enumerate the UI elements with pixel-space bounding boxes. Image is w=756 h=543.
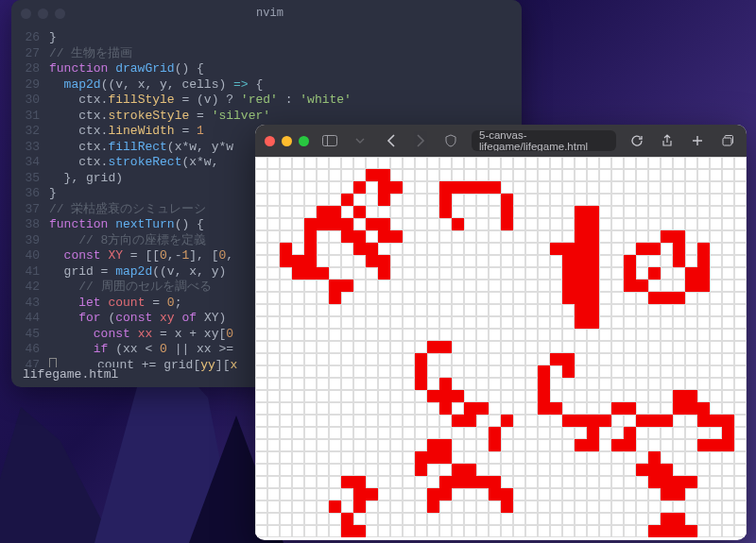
grid-cell [329,267,341,280]
grid-cell [550,439,562,451]
grid-cell [697,230,710,243]
grid-cell [427,427,439,439]
grid-cell [562,181,575,194]
grid-cell [575,501,587,513]
grid-cell [697,255,710,267]
grid-cell [734,390,747,402]
grid-cell [734,206,747,218]
grid-cell [697,341,710,353]
grid-cell [280,329,292,341]
grid-cell [390,415,403,427]
grid-cell [390,206,403,218]
grid-cell [710,292,722,304]
grid-cell [661,230,673,243]
grid-cell [525,378,538,390]
grid-cell [415,304,427,316]
close-icon[interactable] [265,136,275,146]
grid-cell [525,513,538,525]
grid-cell [599,525,611,537]
grid-cell [599,476,611,488]
grid-cell [599,255,611,267]
shield-icon[interactable] [441,131,460,150]
browser-titlebar[interactable]: 5-canvas-lifegame/lifegame.html [255,125,747,157]
grid-cell [255,230,267,243]
grid-cell [513,390,525,402]
chevron-down-icon[interactable] [351,131,369,150]
grid-cell [648,316,661,329]
grid-cell [710,169,722,181]
grid-cell [685,157,697,169]
grid-cell [697,194,710,206]
grid-cell [439,427,452,439]
grid-cell [587,476,599,488]
grid-cell [513,218,525,230]
grid-cell [476,476,489,488]
zoom-icon[interactable] [299,136,309,146]
back-button[interactable] [381,131,400,150]
grid-cell [525,439,538,451]
editor-titlebar[interactable]: nvim [11,0,522,26]
grid-cell [550,427,562,439]
grid-cell [599,194,611,206]
zoom-icon[interactable] [55,8,65,19]
address-bar[interactable]: 5-canvas-lifegame/lifegame.html [472,130,616,151]
grid-cell [366,476,378,488]
forward-button[interactable] [411,131,430,150]
grid-cell [501,365,513,378]
minimize-icon[interactable] [282,136,292,146]
grid-cell [292,513,304,525]
grid-cell [538,439,550,451]
grid-cell [562,329,575,341]
grid-cell [538,415,550,427]
grid-cell [550,157,562,169]
grid-cell [673,353,685,365]
grid-cell [611,206,624,218]
grid-cell [439,316,452,329]
tabs-overview-icon[interactable] [718,131,737,150]
grid-cell [599,513,611,525]
grid-cell [390,316,403,329]
grid-cell [267,525,280,537]
grid-cell [317,451,329,464]
grid-cell [734,402,747,415]
grid-cell [366,169,378,181]
reload-icon[interactable] [627,131,646,150]
grid-cell [415,451,427,464]
grid-cell [501,157,513,169]
grid-cell [550,402,562,415]
grid-cell [489,415,501,427]
grid-cell [697,464,710,476]
grid-cell [525,451,538,464]
grid-cell [304,488,317,501]
grid-cell [280,464,292,476]
grid-cell [427,206,439,218]
grid-cell [452,230,464,243]
grid-cell [341,439,353,451]
grid-cell [648,292,661,304]
grid-cell [415,476,427,488]
grid-cell [317,365,329,378]
grid-cell [427,439,439,451]
grid-cell [525,206,538,218]
grid-cell [513,525,525,537]
grid-cell [329,280,341,292]
close-icon[interactable] [21,8,31,19]
grid-cell [304,329,317,341]
grid-cell [587,329,599,341]
new-tab-icon[interactable] [688,131,707,150]
minimize-icon[interactable] [38,8,48,19]
sidebar-toggle-icon[interactable] [320,131,339,150]
grid-cell [427,402,439,415]
grid-cell [403,255,415,267]
grid-cell [611,280,624,292]
grid-cell [661,365,673,378]
grid-cell [366,267,378,280]
grid-cell [562,255,575,267]
grid-cell [550,218,562,230]
grid-cell [501,464,513,476]
share-icon[interactable] [658,131,677,150]
grid-cell [562,439,575,451]
grid-cell [673,255,685,267]
grid-cell [562,427,575,439]
grid-cell [501,415,513,427]
